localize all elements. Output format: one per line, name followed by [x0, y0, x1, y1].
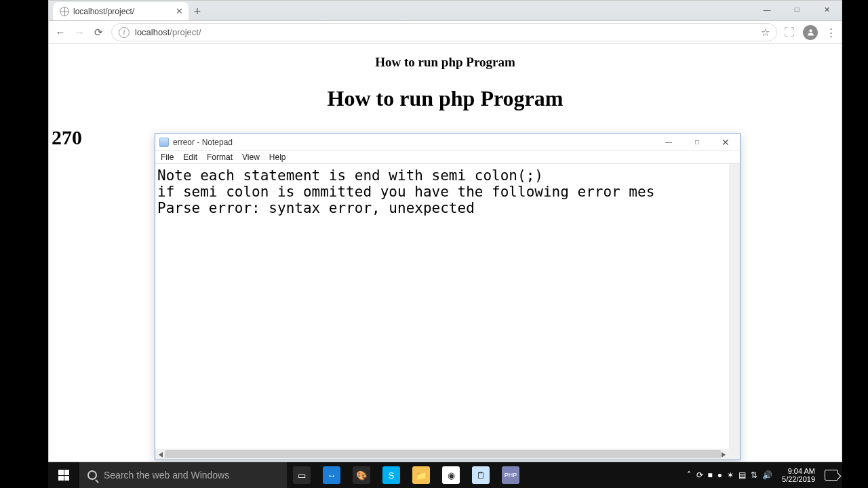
tab-title: localhost/project/	[73, 7, 134, 16]
globe-icon	[60, 7, 69, 16]
page-heading-small: How to run php Program	[52, 55, 839, 70]
browser-close-button[interactable]: ✕	[812, 1, 842, 18]
skype-icon[interactable]: S	[376, 462, 406, 488]
clock-time: 9:04 AM	[782, 467, 815, 475]
teamviewer-icon-glyph: ↔	[323, 466, 340, 484]
php-icon-glyph: PHP	[502, 466, 519, 484]
notepad-menu-file[interactable]: File	[161, 152, 174, 162]
avast-icon[interactable]: ●	[717, 470, 722, 480]
tab-strip: localhost/project/ ✕ +	[49, 1, 842, 21]
volume-icon[interactable]: 🔊	[762, 470, 772, 480]
chrome-icon[interactable]: ◉	[436, 462, 466, 488]
file-explorer-icon-glyph: 📁	[412, 466, 430, 484]
browser-tab[interactable]: localhost/project/ ✕	[53, 2, 189, 20]
url-host: localhost	[135, 27, 170, 37]
teamviewer-icon[interactable]: ↔	[317, 462, 347, 488]
notepad-menu-help[interactable]: Help	[269, 152, 286, 162]
address-bar[interactable]: i localhost/project/ ☆	[111, 23, 777, 41]
file-explorer-icon[interactable]: 📁	[406, 462, 436, 488]
taskbar-clock[interactable]: 9:04 AM 5/22/2019	[778, 467, 819, 483]
site-info-icon[interactable]: i	[119, 27, 130, 38]
action-center-icon[interactable]	[825, 470, 838, 481]
taskbar: Search the web and Windows ▭↔🎨S📁◉🗒PHP ˄ …	[48, 462, 842, 488]
notepad-horizontal-scrollbar[interactable]	[155, 449, 740, 460]
browser-maximize-button[interactable]: □	[782, 1, 812, 18]
search-placeholder: Search the web and Windows	[104, 470, 229, 481]
forward-button[interactable]: →	[73, 26, 85, 38]
extension-icon[interactable]: ⛶	[784, 26, 795, 39]
profile-avatar[interactable]	[803, 25, 818, 40]
notepad-menu-format[interactable]: Format	[207, 152, 233, 162]
xampp-icon[interactable]: ✶	[727, 470, 734, 480]
notepad-minimize-button[interactable]: —	[654, 134, 683, 150]
url-path: /project/	[170, 27, 201, 37]
paint-icon[interactable]: 🎨	[347, 462, 376, 488]
chrome-icon-glyph: ◉	[442, 466, 460, 484]
svg-point-0	[809, 29, 812, 32]
notepad-text-area[interactable]: Note each statement is end with semi col…	[155, 164, 740, 449]
scrollbar-thumb[interactable]	[165, 450, 721, 458]
notepad-title-text: erreor - Notepad	[173, 138, 233, 147]
php-icon[interactable]: PHP	[496, 462, 526, 488]
system-tray: ˄ ⟳■●✶▤⇅🔊 9:04 AM 5/22/2019	[687, 462, 842, 488]
notepad-icon-glyph: 🗒	[472, 466, 490, 484]
taskbar-search[interactable]: Search the web and Windows	[79, 462, 287, 488]
back-button[interactable]: ←	[54, 26, 66, 38]
task-view-icon[interactable]: ▭	[287, 462, 317, 488]
defender-icon[interactable]: ■	[708, 470, 713, 480]
network-icon[interactable]: ▤	[738, 470, 746, 480]
notepad-menu-edit[interactable]: Edit	[183, 152, 197, 162]
browser-toolbar: ← → ⟳ i localhost/project/ ☆ ⛶ ⋮	[49, 21, 842, 44]
start-button[interactable]	[48, 462, 79, 488]
bookmark-star-icon[interactable]: ☆	[761, 26, 770, 39]
browser-minimize-button[interactable]: —	[752, 1, 782, 18]
notepad-app-icon	[159, 138, 169, 147]
notepad-close-button[interactable]: ✕	[711, 134, 740, 150]
taskbar-apps: ▭↔🎨S📁◉🗒PHP	[287, 462, 526, 488]
browser-menu-button[interactable]: ⋮	[826, 26, 836, 39]
task-view-icon-glyph: ▭	[293, 466, 311, 484]
notepad-vertical-scrollbar[interactable]	[729, 164, 740, 449]
notepad-icon[interactable]: 🗒	[466, 462, 496, 488]
notepad-menu-view[interactable]: View	[242, 152, 260, 162]
search-icon	[87, 470, 97, 480]
reload-button[interactable]: ⟳	[92, 26, 104, 39]
notepad-window: erreor - Notepad — □ ✕ FileEditFormatVie…	[155, 133, 741, 460]
clock-date: 5/22/2019	[782, 475, 815, 483]
paint-icon-glyph: 🎨	[353, 466, 370, 484]
page-heading-large: How to run php Program	[52, 86, 839, 111]
skype-icon-glyph: S	[382, 466, 400, 484]
browser-window-controls: — □ ✕	[752, 1, 842, 18]
tab-close-button[interactable]: ✕	[176, 6, 183, 16]
notepad-menubar: FileEditFormatViewHelp	[155, 151, 740, 164]
wifi-icon[interactable]: ⇅	[751, 470, 757, 480]
new-tab-button[interactable]: +	[189, 3, 206, 20]
notepad-text: Note each statement is end with semi col…	[157, 167, 654, 216]
sync-icon[interactable]: ⟳	[696, 470, 703, 480]
windows-logo-icon	[58, 470, 69, 481]
notepad-titlebar[interactable]: erreor - Notepad — □ ✕	[155, 134, 740, 151]
notepad-maximize-button[interactable]: □	[683, 134, 711, 150]
tray-chevron-icon[interactable]: ˄	[687, 470, 691, 480]
